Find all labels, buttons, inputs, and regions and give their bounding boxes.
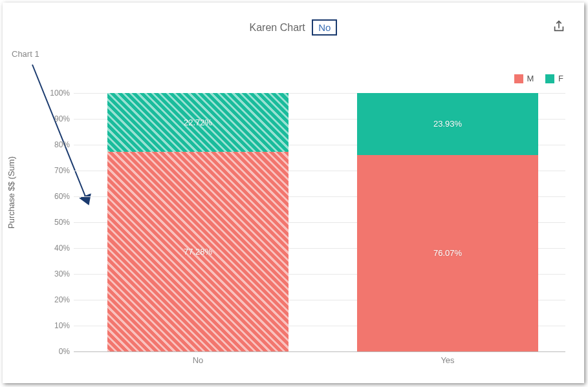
- legend-item-f[interactable]: F: [545, 74, 563, 83]
- y-tick: 20%: [41, 295, 70, 304]
- y-tick: 40%: [41, 244, 70, 253]
- legend-swatch-m: [514, 74, 523, 83]
- legend-item-m[interactable]: M: [514, 74, 534, 83]
- bar-no-f[interactable]: 22.72%: [107, 93, 289, 152]
- chart-title-badge[interactable]: No: [312, 19, 337, 36]
- y-tick: 60%: [41, 192, 70, 201]
- bar-yes-f-label: 23.93%: [433, 119, 462, 129]
- bar-yes-f[interactable]: 23.93%: [357, 93, 538, 155]
- legend-label-f: F: [558, 74, 563, 83]
- bar-no-f-label: 22.72%: [184, 118, 212, 127]
- bar-yes[interactable]: 76.07% 23.93%: [357, 93, 538, 351]
- annotation-label: Chart 1: [12, 49, 39, 59]
- legend-swatch-f: [545, 74, 554, 83]
- y-tick: 10%: [41, 321, 70, 330]
- y-tick: 30%: [41, 269, 70, 278]
- x-tick-yes: Yes: [357, 355, 538, 365]
- y-tick: 90%: [41, 114, 70, 123]
- y-tick: 50%: [41, 218, 70, 227]
- y-tick: 80%: [41, 140, 70, 149]
- chart-title-prefix: Karen Chart: [250, 22, 305, 33]
- chart-title: Karen Chart No: [3, 19, 584, 36]
- grid-line: [74, 351, 565, 352]
- bar-no[interactable]: 77.28% 22.72%: [107, 93, 289, 351]
- y-tick: 0%: [41, 347, 70, 356]
- legend-label-m: M: [527, 74, 534, 83]
- y-axis-title: Purchase $$ (Sum): [6, 156, 16, 229]
- bar-no-m[interactable]: 77.28%: [107, 152, 289, 351]
- plot-area: 0% 10% 20% 30% 40% 50% 60% 70% 80% 90% 1…: [74, 93, 565, 351]
- bar-yes-m[interactable]: 76.07%: [357, 155, 538, 351]
- legend: M F: [505, 74, 563, 85]
- chart-card: Karen Chart No Chart 1 M F Purchase $$ (…: [3, 3, 584, 383]
- bar-no-m-label: 77.28%: [184, 247, 212, 256]
- y-tick: 100%: [41, 89, 70, 98]
- x-tick-no: No: [107, 355, 289, 365]
- bar-yes-m-label: 76.07%: [433, 248, 462, 258]
- share-icon[interactable]: [552, 19, 566, 34]
- y-tick: 70%: [41, 166, 70, 175]
